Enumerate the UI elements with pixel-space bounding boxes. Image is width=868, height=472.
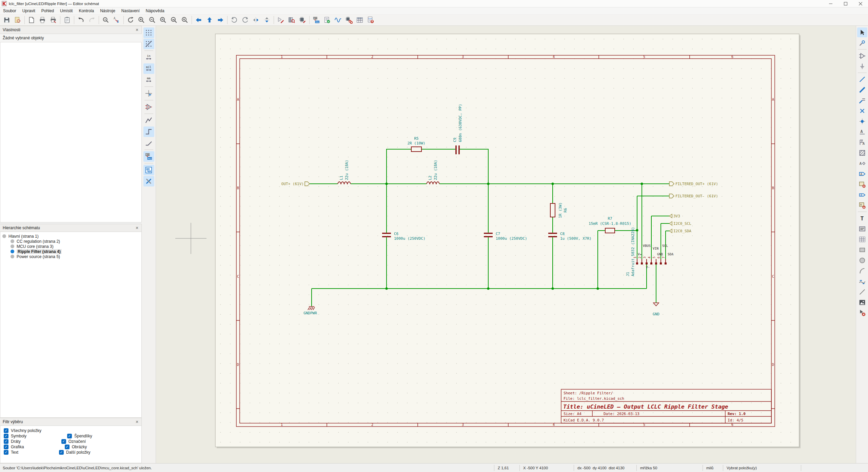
zoom-in-button[interactable] [136,15,146,25]
tool-directive-label[interactable]: A [857,137,867,147]
sheet-item-ripple-filter[interactable]: Ripple Filter (strana 4) [2,249,141,254]
menu-napoveda[interactable]: Nápověda [143,8,167,14]
schematic-setup-button[interactable] [13,15,23,25]
filter-wires[interactable]: ✓Dráty✓Označení [4,439,141,444]
menu-nastaveni[interactable]: Nastavení [118,8,143,14]
erc-button[interactable] [322,15,332,25]
bom-export-button[interactable]: bom [366,15,376,25]
tool-hier-label[interactable]: A [857,169,867,179]
sheet-item-cc-regulation[interactable]: CC regulation (strana 2) [2,239,141,244]
tool-no-connect[interactable] [857,106,867,116]
undo-button[interactable] [76,15,86,25]
sheet-item-power-source[interactable]: Power source (strana 5) [2,254,141,259]
symbol-editor-button[interactable] [276,15,286,25]
print-button[interactable] [37,15,47,25]
tool-highlight-net[interactable] [857,38,867,48]
tool-table[interactable] [857,234,867,244]
tool-sheet-pin[interactable]: A [857,190,867,200]
tool-bezier[interactable] [857,276,867,286]
plot-button[interactable] [48,15,58,25]
hidden-pins-button[interactable] [143,102,154,112]
nav-forward-button[interactable] [215,15,225,25]
wire-free-angle-button[interactable] [143,115,154,126]
tool-place-power[interactable] [857,61,867,71]
find-button[interactable]: A [101,15,111,25]
filter-text[interactable]: ✓Text✓Další položky [4,450,141,455]
properties-panel-toggle-button[interactable] [143,176,154,186]
close-button[interactable] [853,0,868,7]
maximize-button[interactable] [838,0,853,7]
tool-net-label[interactable]: A [857,127,867,137]
status-grid[interactable]: mřížka 50 [636,465,703,471]
sheet-item-mcu-core[interactable]: MCU core (strana 3) [2,244,141,249]
annotate-button[interactable]: R??R42 [311,15,321,25]
hierarchy-navigator-button[interactable] [143,165,154,175]
menu-upravit[interactable]: Upravit [19,8,38,14]
nav-up-button[interactable] [204,15,215,25]
tool-bus[interactable] [857,85,867,95]
mirror-h-button[interactable] [251,15,261,25]
menu-pohled[interactable]: Pohled [38,8,57,14]
grid-toggle-button[interactable] [143,27,154,38]
tool-textbox[interactable] [857,224,867,234]
tool-junction[interactable] [857,116,867,126]
tool-bus-entry[interactable] [857,95,867,105]
paste-button[interactable] [62,15,72,25]
simulator-button[interactable] [333,15,343,25]
units-mm-button[interactable]: mm [143,75,154,85]
filter-close-icon[interactable]: ✕ [135,419,139,424]
menu-soubor[interactable]: Soubor [0,8,19,14]
refresh-button[interactable] [125,15,136,25]
wire-45-button[interactable] [143,138,154,148]
tool-wire[interactable] [857,74,867,84]
tool-sheet[interactable] [857,179,867,189]
filter-all-items[interactable]: ✓Všechny položky [4,428,141,433]
tool-place-symbol[interactable] [857,51,867,61]
units-inches-button[interactable]: in [143,52,154,63]
menu-umistit[interactable]: Umístit [57,8,76,14]
rotate-cw-button[interactable] [240,15,250,25]
zoom-fit-button[interactable] [158,15,168,25]
auto-annotate-button[interactable]: R??R42 [143,151,154,162]
tool-arc[interactable] [857,266,867,276]
tool-global-label[interactable]: A [857,158,867,168]
svg-text:bom: bom [369,18,372,20]
symbol-browser-button[interactable] [287,15,297,25]
menu-kontrola[interactable]: Kontrola [76,8,97,14]
tool-rule-area[interactable] [857,148,867,158]
wire-hv-button[interactable] [143,126,154,137]
footprint-editor-button[interactable] [297,15,308,25]
tool-delete[interactable] [857,308,867,318]
schematic-canvas[interactable]: 1 2 3 4 5 6 1 2 3 4 5 6 A B C D A B C D [156,26,856,463]
tool-rectangle[interactable] [857,245,867,255]
tool-text[interactable]: T [857,213,867,223]
redo-button[interactable] [87,15,97,25]
assign-footprints-button[interactable] [344,15,354,25]
status-units[interactable]: milů [703,465,723,471]
page-settings-button[interactable] [26,15,37,25]
filter-graphics[interactable]: ✓Grafika✓Obrázky [4,445,141,449]
symbol-fields-table-button[interactable] [355,15,365,25]
zoom-out-button[interactable] [147,15,157,25]
save-button[interactable] [2,15,12,25]
minimize-button[interactable] [823,0,838,7]
mirror-v-button[interactable] [262,15,272,25]
sheet-item-root[interactable]: Hlavní (strana 1) [2,234,141,239]
tool-circle[interactable] [857,255,867,265]
zoom-selection-button[interactable] [180,15,190,25]
units-mils-button[interactable]: mil [143,63,154,74]
tool-image[interactable] [857,297,867,307]
rotate-ccw-button[interactable] [229,15,239,25]
find-replace-button[interactable]: AB [112,15,122,25]
filter-symbols[interactable]: ✓Symboly✓Špendlíky [4,434,141,438]
nav-back-button[interactable] [194,15,204,25]
cursor-shape-button[interactable] [143,88,154,99]
tool-select[interactable] [857,27,867,37]
properties-close-icon[interactable]: ✕ [135,27,139,32]
grid-override-button[interactable] [143,39,154,49]
zoom-objects-button[interactable] [169,15,179,25]
menu-nastroje[interactable]: Nástroje [97,8,118,14]
hierarchy-close-icon[interactable]: ✕ [135,225,139,230]
tool-line[interactable] [857,287,867,297]
tool-import-sheet-pin[interactable]: A [857,200,867,210]
